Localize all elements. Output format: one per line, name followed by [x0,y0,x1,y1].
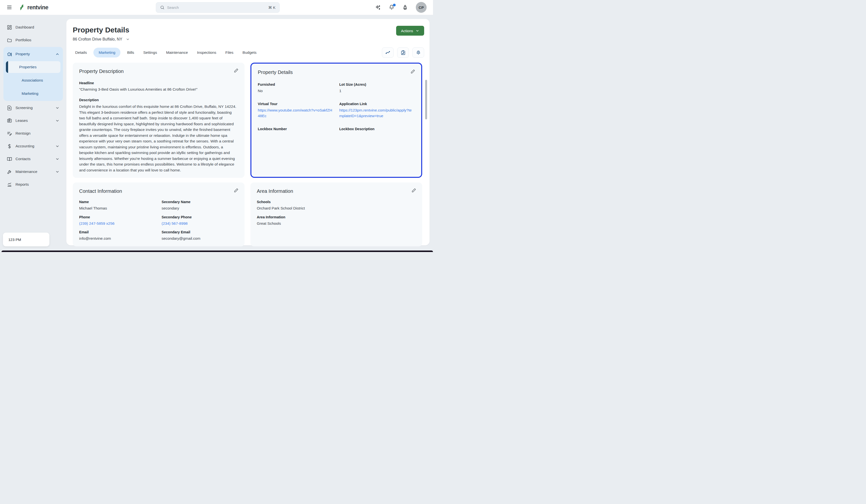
page-title: Property Details [73,26,130,34]
sidebar-item-label: Associations [22,78,43,82]
tab-budgets[interactable]: Budgets [240,48,259,57]
tab-bills[interactable]: Bills [125,48,136,57]
activity-chart-button[interactable] [382,47,394,58]
rentvine-logo[interactable]: rentvine [19,4,48,11]
bell-plus-button[interactable] [412,47,424,58]
field-phone: Phone (239) 247-5859 x256 [79,215,156,226]
card-title: Area Information [257,188,416,194]
sidebar-item-reports[interactable]: Reports [3,179,63,190]
sidebar-item-screening[interactable]: Screening [3,102,63,114]
sidebar-item-label: Contacts [15,157,31,161]
field-secondary-name: Secondary Name secondary [162,200,238,211]
chevron-down-icon [55,106,59,110]
field-lockbox-description: Lockbox Description [340,127,415,137]
ai-sparkles-icon[interactable] [375,5,381,10]
field-lockbox-number: Lockbox Number [258,127,333,137]
sidebar-item-associations[interactable]: Associations [6,75,60,86]
screen-bottom-edge [1,250,433,252]
contact-information-card: Contact Information Name Michael Thomas … [73,182,245,246]
secondary-phone-link[interactable]: (234) 567-8998 [162,221,238,226]
area-information-card: Area Information Schools Orchard Park Sc… [251,182,422,246]
sidebar-item-label: Portfolios [15,38,32,42]
file-search-icon [7,105,12,111]
chevron-down-icon [55,144,59,148]
property-selector[interactable]: 86 Crofton Drive Buffalo, NY [73,37,130,42]
tab-maintenance[interactable]: Maintenance [164,48,190,57]
sidebar-item-label: Screening [15,105,33,110]
tab-details[interactable]: Details [73,48,89,57]
sidebar-item-label: Accounting [15,144,34,148]
headline-label: Headline [79,81,238,85]
field-email: Email info@rentvine.com [79,230,156,241]
top-bar: rentvine ⌘ K CP [0,0,433,15]
edit-pencil-icon[interactable] [234,188,238,193]
sidebar-item-label: Leases [15,119,28,123]
property-address: 86 Crofton Drive Buffalo, NY [73,37,122,42]
search-icon [160,5,165,10]
chevron-down-icon [55,119,59,123]
edit-pencil-icon[interactable] [410,69,415,74]
dollar-icon [7,144,12,149]
rentvine-logo-icon [19,4,25,11]
chevron-down-icon [126,37,130,41]
sidebar-item-label: Properties [19,65,37,69]
clipboard-edit-button[interactable] [397,47,409,58]
sidebar-item-label: Maintenance [15,169,37,174]
sidebar-item-label: Rentsign [15,131,31,136]
field-schools: Schools Orchard Park School District [257,200,416,211]
card-title: Property Details [258,69,415,75]
sidebar-item-rentsign[interactable]: Rentsign [3,127,63,139]
sidebar-item-accounting[interactable]: Accounting [3,140,63,152]
sidebar-item-leases[interactable]: Leases [3,115,63,126]
headline-value: "Charming 3-Bed Oasis with Luxurious Ame… [79,87,238,92]
signature-pen-icon [7,131,12,136]
tab-files[interactable]: Files [223,48,236,57]
application-link[interactable]: https://123pm.rentvine.com/public/apply?… [340,108,415,119]
field-virtual-tour: Virtual Tour https://www.youtube.com/wat… [258,102,333,119]
chevron-down-icon [55,157,59,161]
edit-pencil-icon[interactable] [411,188,416,193]
field-secondary-phone: Secondary Phone (234) 567-8998 [162,215,238,226]
search-input[interactable] [167,5,266,10]
user-avatar[interactable]: CP [416,2,426,13]
card-title: Property Description [79,68,238,74]
actions-button[interactable]: Actions [396,26,424,36]
whats-new-rocket-icon[interactable] [402,5,408,10]
book-open-icon [7,156,12,161]
sidebar-item-dashboard[interactable]: Dashboard [3,21,63,33]
actions-button-label: Actions [401,29,413,33]
sidebar-item-property[interactable]: Property [3,48,63,60]
tab-inspections[interactable]: Inspections [195,48,219,57]
notifications-bell-icon[interactable] [389,5,395,10]
field-name: Name Michael Thomas [79,200,156,211]
scrollbar-thumb[interactable] [425,80,427,119]
tab-settings[interactable]: Settings [141,48,159,57]
description-value: Delight in the luxurious comfort of this… [79,104,238,173]
sidebar-item-properties[interactable]: Properties [6,61,60,73]
phone-link[interactable]: (239) 247-5859 x256 [79,221,156,226]
sidebar-item-maintenance[interactable]: Maintenance [3,166,63,178]
sidebar-item-portfolios[interactable]: Portfolios [3,34,63,46]
house-icon [7,52,12,57]
virtual-tour-link[interactable]: https://www.youtube.com/watch?v=oSakfZH4… [258,108,333,119]
property-details-card: Property Details Furnished No Lot Size (… [251,63,422,178]
sidebar-item-contacts[interactable]: Contacts [3,153,63,165]
sidebar-group-property: Property Properties Associations Marketi… [3,47,63,101]
description-label: Description [79,98,238,102]
company-badge[interactable]: 123 PM [3,233,49,246]
edit-pencil-icon[interactable] [234,68,238,73]
chevron-down-icon [55,170,59,174]
sidebar-item-marketing[interactable]: Marketing [6,88,60,100]
search-shortcut: ⌘ K [268,5,276,10]
menu-icon[interactable] [7,4,12,10]
lease-card-icon [7,118,12,123]
global-search[interactable]: ⌘ K [156,2,280,13]
field-furnished: Furnished No [258,82,333,93]
sidebar-item-label: Reports [15,182,29,187]
field-secondary-email: Secondary Email secondary@gmail.com [162,230,238,241]
sidebar: Dashboard Portfolios Property Properties… [0,15,66,252]
sidebar-item-label: Marketing [22,91,38,96]
tab-marketing[interactable]: Marketing [93,48,120,57]
chart-icon [7,182,12,187]
field-area-information: Area Information Great Schools [257,215,416,226]
